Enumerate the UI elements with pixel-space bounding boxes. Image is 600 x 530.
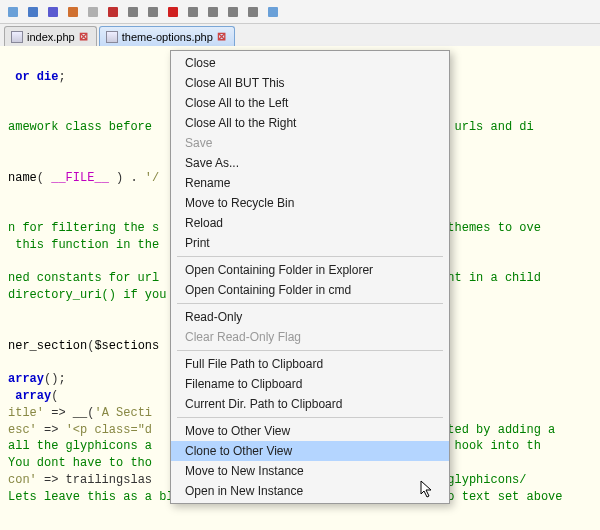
menu-item-open-in-new-instance[interactable]: Open in New Instance [171, 481, 449, 501]
save-macro-icon[interactable] [264, 3, 282, 21]
tab-label: theme-options.php [122, 31, 213, 43]
tab-context-menu: CloseClose All BUT ThisClose All to the … [170, 50, 450, 504]
svg-rect-5 [108, 7, 118, 17]
menu-separator [177, 350, 443, 351]
svg-rect-7 [148, 7, 158, 17]
menu-item-open-containing-folder-in-explorer[interactable]: Open Containing Folder in Explorer [171, 260, 449, 280]
svg-rect-4 [88, 7, 98, 17]
svg-rect-13 [268, 7, 278, 17]
record-icon[interactable] [164, 3, 182, 21]
tab-1[interactable]: theme-options.php⊠ [99, 26, 235, 46]
svg-rect-6 [128, 7, 138, 17]
mouse-cursor [420, 480, 436, 498]
tab-0[interactable]: index.php⊠ [4, 26, 97, 46]
tab-bar: index.php⊠theme-options.php⊠ [0, 24, 600, 46]
menu-item-close-all-to-the-right[interactable]: Close All to the Right [171, 113, 449, 133]
menu-item-filename-to-clipboard[interactable]: Filename to Clipboard [171, 374, 449, 394]
menu-item-move-to-other-view[interactable]: Move to Other View [171, 421, 449, 441]
eye-icon[interactable] [144, 3, 162, 21]
menu-item-clear-read-only-flag: Clear Read-Only Flag [171, 327, 449, 347]
menu-item-save-as[interactable]: Save As... [171, 153, 449, 173]
svg-rect-2 [48, 7, 58, 17]
menu-item-read-only[interactable]: Read-Only [171, 307, 449, 327]
paragraph-icon[interactable] [24, 3, 42, 21]
menu-item-full-file-path-to-clipboard[interactable]: Full File Path to Clipboard [171, 354, 449, 374]
menu-item-print[interactable]: Print [171, 233, 449, 253]
svg-rect-12 [248, 7, 258, 17]
menu-item-reload[interactable]: Reload [171, 213, 449, 233]
dirty-indicator: ⊠ [79, 30, 88, 43]
play-icon[interactable] [224, 3, 242, 21]
menu-item-close[interactable]: Close [171, 53, 449, 73]
preview-icon[interactable] [104, 3, 122, 21]
menu-separator [177, 256, 443, 257]
svg-rect-8 [168, 7, 178, 17]
svg-rect-1 [28, 7, 38, 17]
svg-rect-11 [228, 7, 238, 17]
fast-forward-icon[interactable] [244, 3, 262, 21]
file-icon [11, 31, 23, 43]
file-icon [106, 31, 118, 43]
align-left-icon[interactable] [44, 3, 62, 21]
toolbar [0, 0, 600, 24]
play-only-icon[interactable] [204, 3, 222, 21]
page-icon[interactable] [84, 3, 102, 21]
svg-rect-10 [208, 7, 218, 17]
tab-label: index.php [27, 31, 75, 43]
dirty-indicator: ⊠ [217, 30, 226, 43]
menu-item-save: Save [171, 133, 449, 153]
svg-rect-9 [188, 7, 198, 17]
color-icon[interactable] [124, 3, 142, 21]
word-wrap-icon[interactable] [64, 3, 82, 21]
svg-rect-3 [68, 7, 78, 17]
menu-separator [177, 303, 443, 304]
svg-rect-0 [8, 7, 18, 17]
menu-item-close-all-but-this[interactable]: Close All BUT This [171, 73, 449, 93]
menu-item-move-to-new-instance[interactable]: Move to New Instance [171, 461, 449, 481]
menu-item-current-dir-path-to-clipboard[interactable]: Current Dir. Path to Clipboard [171, 394, 449, 414]
stop-icon[interactable] [184, 3, 202, 21]
edit-icon[interactable] [4, 3, 22, 21]
menu-item-open-containing-folder-in-cmd[interactable]: Open Containing Folder in cmd [171, 280, 449, 300]
menu-item-move-to-recycle-bin[interactable]: Move to Recycle Bin [171, 193, 449, 213]
menu-item-clone-to-other-view[interactable]: Clone to Other View [171, 441, 449, 461]
menu-item-close-all-to-the-left[interactable]: Close All to the Left [171, 93, 449, 113]
menu-separator [177, 417, 443, 418]
menu-item-rename[interactable]: Rename [171, 173, 449, 193]
